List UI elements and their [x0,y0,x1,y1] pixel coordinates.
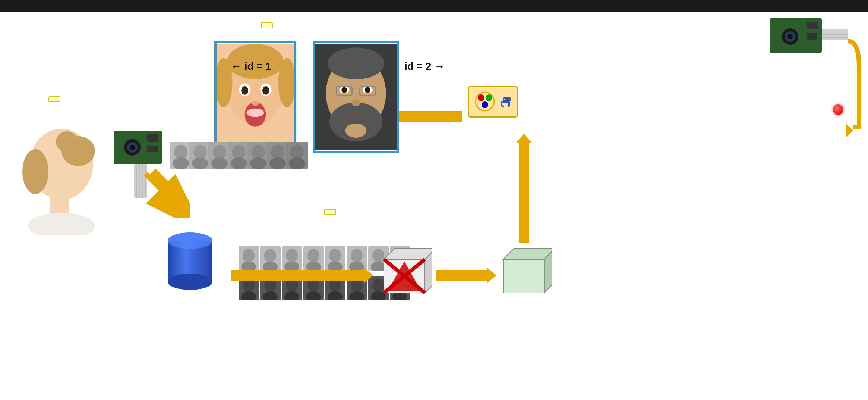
svg-point-19 [168,274,212,290]
camera-top-right [766,14,848,87]
arrow-up-trainer-opencv [519,142,529,243]
svg-point-52 [286,279,298,292]
svg-point-31 [307,249,319,262]
svg-point-118 [352,100,360,106]
svg-point-49 [264,279,276,292]
svg-point-28 [286,249,298,262]
svg-point-119 [345,124,367,138]
svg-point-80 [486,94,492,101]
svg-marker-70 [384,248,432,259]
svg-marker-84 [846,124,853,137]
svg-point-25 [264,249,276,262]
svg-point-61 [351,279,363,292]
arrow-recognizer-to-trainer [436,270,488,281]
dataset-cylinder [164,231,216,296]
top-bar [0,0,868,12]
svg-point-20 [168,232,212,249]
recognizer-cube [376,244,432,302]
svg-point-88 [787,34,793,39]
arrow-dataset-to-recognizer [231,270,365,281]
svg-line-142 [145,174,183,211]
python-text [498,96,511,107]
trainer-cube [496,244,552,302]
svg-point-46 [243,279,255,292]
led-dot [833,104,843,115]
svg-point-110 [328,47,384,79]
svg-marker-75 [503,259,544,293]
svg-point-81 [482,101,488,108]
steve-face-container [313,41,399,153]
phase3-label [261,22,273,28]
svg-marker-76 [503,248,552,259]
svg-point-55 [307,279,319,292]
svg-point-106 [252,101,259,106]
svg-point-82 [504,99,505,100]
svg-point-3 [22,149,48,194]
svg-point-34 [329,249,341,262]
mary-face-container [214,41,296,146]
svg-point-9 [130,145,135,150]
svg-point-113 [341,87,347,93]
svg-point-103 [262,86,269,95]
arrow-opencv-to-recognition [391,111,462,122]
svg-point-2 [56,131,78,152]
svg-point-102 [241,86,248,95]
svg-rect-4 [50,192,69,215]
svg-rect-15 [147,134,158,142]
face-stream [170,142,308,169]
id1-recognition-label: ← id = 1 [231,60,271,72]
opencv-box [468,86,518,118]
person-mary-image [20,119,102,237]
id2-recognition-label: id = 2 → [404,60,445,72]
svg-point-5 [28,213,95,235]
svg-point-22 [243,249,255,262]
svg-point-58 [329,279,341,292]
svg-point-114 [365,87,370,93]
svg-rect-93 [807,22,818,29]
svg-rect-16 [147,146,158,152]
svg-point-37 [351,249,363,262]
svg-point-83 [506,104,507,105]
diag-down-arrow [142,170,190,218]
svg-rect-94 [807,33,817,40]
svg-point-79 [478,94,484,101]
svg-point-105 [246,109,264,117]
phase2-label [324,209,336,215]
phase1-label [48,96,60,102]
